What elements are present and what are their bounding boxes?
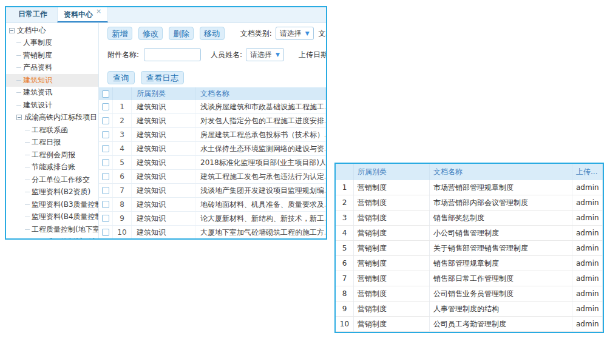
table-row[interactable]: 4营销制度小公司销售管理制度admin	[336, 226, 603, 241]
table-row[interactable]: 1营销制度市场营销部管理规章制度admin	[336, 180, 603, 195]
tree-item-工程联系函[interactable]: 工程联系函	[6, 124, 98, 136]
tree-item-label: 监理资料(B2资质)	[32, 187, 90, 197]
person-name-select[interactable]: 请选择 ▼	[246, 48, 284, 61]
row-checkbox[interactable]	[102, 159, 109, 166]
header-index	[336, 164, 354, 180]
cell-category: 营销制度	[354, 286, 430, 301]
tree-item-建筑知识[interactable]: 建筑知识	[6, 74, 98, 87]
cell-category: 建筑知识	[132, 142, 195, 155]
cell-uploader: admin	[572, 195, 603, 210]
cell-doc-name: 小公司销售管理制度	[430, 226, 572, 240]
tree-item-工程例会周报[interactable]: 工程例会周报	[6, 149, 98, 161]
tree-item-label: 建筑设计	[23, 100, 52, 110]
table-row[interactable]: 10营销制度公司员工考勤管理制度admin	[336, 317, 603, 332]
tree-item-工程质量控制(地下室)[interactable]: 工程质量控制(地下室)	[6, 223, 98, 236]
cell-doc-name: 公司员工考勤管理制度	[430, 317, 572, 331]
tree-item-label: 营销制度	[23, 50, 52, 61]
table-row[interactable]: 3建筑知识房屋建筑工程总承包投标书（技术标）...	[99, 128, 326, 142]
row-checkbox[interactable]	[102, 131, 109, 138]
table-row[interactable]: 7建筑知识浅谈地产集团开发建设项目监理规划编...	[99, 184, 326, 198]
cell-index: 8	[336, 286, 354, 301]
header-index	[113, 87, 132, 100]
category-tree: 文档中心人事制度营销制度产品资料建筑知识建筑资讯建筑设计成渝高铁内江标段项目工程…	[6, 23, 99, 238]
cell-category: 建筑知识	[132, 156, 195, 169]
close-icon[interactable]: ×	[96, 7, 101, 15]
tree-item-label: 产品资料	[23, 62, 52, 73]
tree-item-监理资料(B3质量控制)[interactable]: 监理资料(B3质量控制)	[6, 198, 98, 211]
table-row[interactable]: 5营销制度关于销售部管理销售管理制度admin	[336, 241, 603, 256]
row-checkbox[interactable]	[102, 117, 109, 124]
row-checkbox[interactable]	[102, 229, 109, 236]
tab-daily-work[interactable]: 日常工作	[12, 7, 53, 22]
chevron-down-icon: ▼	[276, 52, 280, 58]
tree-item-建筑设计[interactable]: 建筑设计	[6, 99, 98, 112]
header-doc-name: 文档名称	[430, 164, 572, 180]
tree-item-工程质量控制(主体)[interactable]: 工程质量控制(主体)	[6, 236, 98, 239]
cell-uploader: admin	[572, 302, 603, 316]
table-row[interactable]: 9营销制度人事管理制度的结构admin	[336, 302, 603, 317]
tree-item-工程日报[interactable]: 工程日报	[6, 136, 98, 149]
tree-connector-icon	[16, 55, 21, 56]
doc-category-select[interactable]: 请选择 ▼	[276, 27, 314, 40]
tree-item-监理资料(B4质量控制)[interactable]: 监理资料(B4质量控制)	[6, 211, 98, 224]
view-log-button[interactable]: 查看日志	[141, 71, 184, 84]
table-row[interactable]: 7营销制度销售部日常工作管理制度admin	[336, 271, 603, 286]
cell-doc-name: 建筑工程施工发包与承包违法行为认定...	[195, 170, 326, 183]
select-all-checkbox[interactable]	[102, 90, 109, 98]
table-row[interactable]: 8建筑知识地砖地面材料、机具准备、质量要求及...	[99, 198, 326, 212]
query-button[interactable]: 查询	[107, 71, 135, 84]
collapse-icon[interactable]	[9, 28, 15, 33]
cell-category: 营销制度	[354, 180, 430, 195]
attachment-name-input[interactable]	[144, 48, 201, 61]
tree-item-营销制度[interactable]: 营销制度	[6, 49, 98, 62]
table-row[interactable]: 6营销制度销售部管理规章制度admin	[336, 256, 603, 271]
table-row[interactable]: 9建筑知识论大厦新材料、新结构、新技术，新工...	[99, 212, 326, 226]
table-row[interactable]: 6建筑知识建筑工程施工发包与承包违法行为认定...	[99, 170, 326, 184]
chevron-down-icon: ▼	[305, 30, 310, 36]
cell-category: 建筑知识	[132, 170, 195, 183]
header-category: 所属别类	[354, 164, 430, 180]
cell-category: 营销制度	[354, 211, 430, 225]
row-checkbox[interactable]	[102, 103, 109, 110]
table-row[interactable]: 2营销制度市场营销部内部会议管理制度admin	[336, 195, 603, 211]
table-row[interactable]: 4建筑知识水土保持生态环境监测网络的建设与资...	[99, 142, 326, 156]
move-button[interactable]: 移动	[200, 27, 225, 40]
cell-category: 营销制度	[354, 271, 430, 286]
tree-item-label: 文档中心	[17, 25, 46, 36]
tree-item-人事制度[interactable]: 人事制度	[6, 37, 98, 50]
edit-button[interactable]: 修改	[138, 27, 163, 40]
table-row[interactable]: 1建筑知识浅谈房屋建筑和市政基础设施工程施工...	[99, 100, 326, 114]
cell-index: 10	[336, 317, 354, 331]
table-row[interactable]: 10建筑知识大厦地下室加气砼墙砌筑工程的施工方...	[99, 226, 326, 238]
collapse-icon[interactable]	[16, 115, 22, 120]
row-checkbox[interactable]	[102, 201, 109, 208]
cell-index: 9	[113, 212, 132, 225]
cell-doc-name: 销售部管理规章制度	[430, 256, 572, 271]
cell-category: 建筑知识	[132, 212, 195, 225]
tree-item-文档中心[interactable]: 文档中心	[6, 24, 98, 37]
tree-item-分工单位工作移交[interactable]: 分工单位工作移交	[6, 174, 98, 186]
tree-item-成渝高铁内江标段项目[interactable]: 成渝高铁内江标段项目	[6, 112, 98, 124]
tree-item-产品资料[interactable]: 产品资料	[6, 62, 98, 75]
tree-item-建筑资讯[interactable]: 建筑资讯	[6, 87, 98, 99]
delete-button[interactable]: 删除	[169, 27, 194, 40]
row-checkbox[interactable]	[102, 145, 109, 152]
table-row[interactable]: 3营销制度销售部奖惩制度admin	[336, 211, 603, 226]
person-name-label: 人员姓名:	[211, 50, 242, 60]
table-row[interactable]: 8营销制度公司销售业务员管理制度admin	[336, 286, 603, 302]
cell-index: 1	[113, 100, 132, 113]
tree-item-监理资料(B2资质)[interactable]: 监理资料(B2资质)	[6, 186, 98, 199]
cell-category: 营销制度	[354, 317, 430, 331]
cell-doc-name: 销售部奖惩制度	[430, 211, 572, 225]
row-checkbox[interactable]	[102, 215, 109, 222]
add-button[interactable]: 新增	[107, 27, 132, 40]
tree-connector-icon	[25, 204, 30, 205]
table-row[interactable]: 2建筑知识对发包人指定分包的工程施工进度安排...	[99, 114, 326, 128]
tab-data-center[interactable]: 资料中心×	[57, 7, 108, 22]
row-checkbox[interactable]	[102, 173, 109, 180]
table-row[interactable]: 5建筑知识2018标准化监理项目部(业主项目部)人员...	[99, 156, 326, 170]
cell-category: 建筑知识	[132, 114, 195, 127]
cell-index: 10	[113, 226, 132, 238]
row-checkbox[interactable]	[102, 187, 109, 194]
tree-item-节能减排台账[interactable]: 节能减排台账	[6, 161, 98, 174]
